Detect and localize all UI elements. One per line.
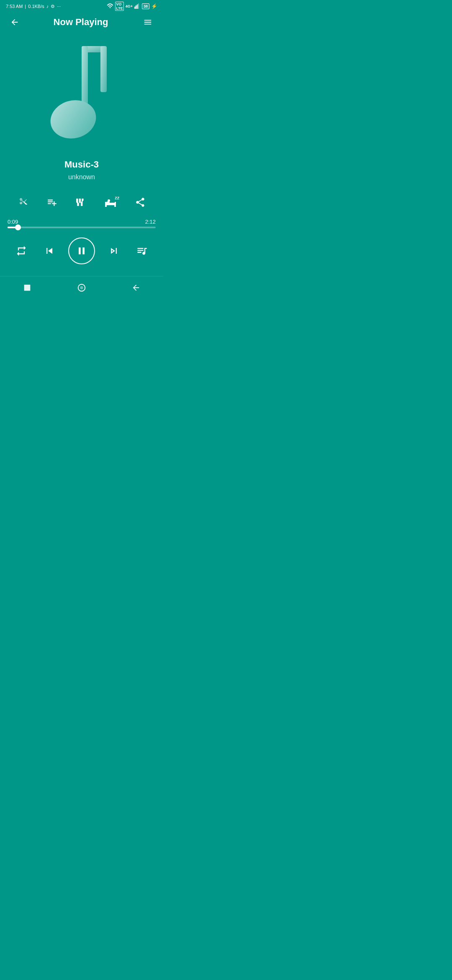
settings-status-icon: ⚙ (51, 4, 55, 9)
status-bar: 7:53 AM | 0.1KB/s ♪ ⚙ ··· VOLTE 4G+ 38 ⚡ (0, 0, 163, 12)
svg-rect-12 (115, 202, 116, 205)
action-row: ZZ (0, 189, 163, 217)
sleep-timer-button[interactable]: ZZ (101, 194, 120, 210)
music-note-status-icon: ♪ (46, 4, 49, 9)
svg-rect-13 (106, 201, 110, 204)
battery-icon: 38 (142, 3, 149, 9)
album-art (36, 42, 128, 142)
play-pause-button[interactable] (68, 237, 95, 264)
next-button[interactable] (105, 242, 123, 260)
current-time: 0:09 (8, 219, 18, 225)
status-right: VOLTE 4G+ 38 ⚡ (107, 2, 157, 11)
svg-point-17 (80, 286, 83, 289)
svg-rect-2 (137, 5, 138, 9)
svg-point-14 (108, 199, 110, 202)
svg-rect-9 (105, 205, 107, 207)
home-button[interactable] (71, 281, 92, 297)
progress-container: 0:09 2:12 (0, 217, 163, 231)
repeat-button[interactable] (12, 242, 31, 260)
track-info: Music-3 unknown (0, 155, 163, 189)
app-bar: Now Playing (0, 12, 163, 34)
svg-rect-1 (136, 5, 136, 9)
album-art-container (0, 34, 163, 155)
stop-button[interactable] (17, 281, 38, 297)
charging-icon: ⚡ (151, 3, 157, 9)
queue-button[interactable] (133, 242, 151, 260)
progress-thumb[interactable] (15, 224, 21, 230)
status-left: 7:53 AM | 0.1KB/s ♪ ⚙ ··· (6, 4, 61, 9)
track-artist: unknown (0, 173, 163, 181)
svg-point-7 (46, 95, 100, 142)
track-title: Music-3 (0, 159, 163, 170)
controls-row (0, 231, 163, 273)
time: 7:53 AM (6, 4, 23, 9)
share-button[interactable] (131, 193, 149, 211)
more-status-icon: ··· (57, 4, 61, 9)
total-time: 2:12 (145, 219, 156, 225)
network-speed: | (25, 4, 26, 9)
back-button[interactable] (8, 15, 22, 29)
4g-icon: 4G+ (126, 4, 133, 8)
svg-rect-5 (100, 46, 107, 92)
svg-rect-10 (114, 205, 116, 207)
network-speed-value: 0.1KB/s (28, 4, 44, 9)
previous-button[interactable] (40, 242, 59, 260)
signal-icon (134, 3, 140, 10)
add-to-playlist-button[interactable] (43, 193, 61, 211)
trim-button[interactable] (14, 193, 32, 211)
wifi-icon (107, 3, 113, 10)
time-row: 0:09 2:12 (8, 219, 156, 225)
nav-bar (0, 276, 163, 303)
menu-button[interactable] (140, 15, 156, 29)
svg-rect-15 (24, 285, 31, 291)
volte-icon: VOLTE (115, 2, 123, 11)
svg-rect-3 (138, 3, 139, 9)
svg-rect-0 (134, 7, 135, 9)
equalizer-button[interactable] (72, 193, 90, 211)
progress-bar[interactable] (8, 227, 156, 228)
svg-rect-11 (105, 202, 106, 205)
page-title: Now Playing (54, 17, 108, 28)
system-back-button[interactable] (126, 281, 146, 297)
